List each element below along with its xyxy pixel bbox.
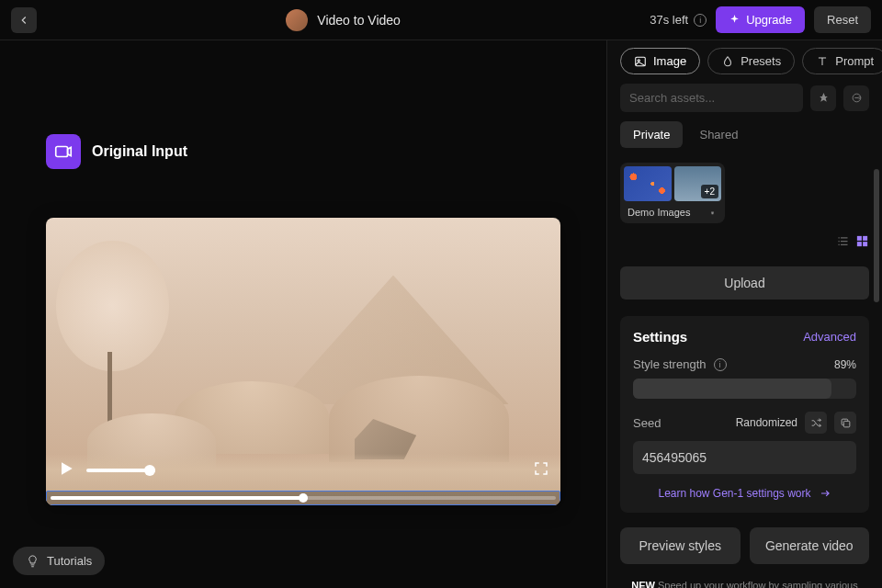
tutorials-button[interactable]: Tutorials <box>13 547 105 575</box>
seed-label: Seed <box>633 416 661 430</box>
header: Video to Video 37s left i Upgrade Reset <box>0 0 882 40</box>
tab-prompt[interactable]: Prompt <box>802 48 882 74</box>
upload-button[interactable]: Upload <box>620 266 869 300</box>
back-button[interactable] <box>11 7 37 33</box>
preview-styles-button[interactable]: Preview styles <box>620 527 741 564</box>
learn-link[interactable]: Learn how Gen-1 settings work <box>633 487 856 500</box>
subtab-private[interactable]: Private <box>620 121 683 148</box>
settings-title: Settings <box>633 329 687 345</box>
upgrade-button[interactable]: Upgrade <box>716 6 805 33</box>
input-tabs: Image Presets Prompt <box>620 48 869 74</box>
advanced-link[interactable]: Advanced <box>803 330 856 344</box>
subtab-shared[interactable]: Shared <box>686 121 751 148</box>
fullscreen-icon <box>533 460 549 477</box>
asset-thumbnail <box>624 166 672 201</box>
generate-video-button[interactable]: Generate video <box>750 527 870 564</box>
text-icon <box>816 55 829 68</box>
copy-icon <box>840 417 852 429</box>
canvas-area: Original Input <box>0 40 606 588</box>
tip-text: NEW Speed up your workflow by sampling v… <box>620 579 869 588</box>
sidebar: Image Presets Prompt Private Shared <box>606 40 882 588</box>
seed-mode: Randomized <box>736 416 797 429</box>
svg-rect-0 <box>56 147 68 157</box>
settings-panel: Settings Advanced Style strength i 89% S… <box>620 316 869 513</box>
svg-rect-6 <box>857 242 862 246</box>
svg-rect-8 <box>843 421 850 427</box>
input-video-icon <box>46 134 81 169</box>
pin-icon <box>707 208 718 218</box>
tab-presets[interactable]: Presets <box>707 48 795 74</box>
volume-slider[interactable] <box>86 469 155 472</box>
list-icon <box>836 234 850 248</box>
arrow-right-icon <box>819 487 831 500</box>
input-label-row: Original Input <box>46 134 588 169</box>
style-strength-value: 89% <box>834 358 856 371</box>
page-title: Video to Video <box>317 13 401 28</box>
play-icon <box>57 459 75 478</box>
play-button[interactable] <box>57 459 75 481</box>
seed-input[interactable] <box>633 441 856 474</box>
avatar[interactable] <box>286 9 308 31</box>
style-strength-slider[interactable] <box>633 379 856 399</box>
asset-thumbnail: +2 <box>674 166 722 201</box>
grid-view-button[interactable] <box>855 234 869 252</box>
arrow-left-icon <box>17 14 30 27</box>
fullscreen-button[interactable] <box>533 460 549 481</box>
image-icon <box>634 55 647 68</box>
sparkle-icon <box>729 14 741 26</box>
pin-button[interactable] <box>810 85 836 111</box>
search-input[interactable] <box>620 84 803 112</box>
shuffle-icon <box>810 417 822 429</box>
time-remaining: 37s left i <box>650 13 707 27</box>
pin-icon <box>818 92 830 104</box>
info-icon[interactable]: i <box>714 358 727 371</box>
asset-name: Demo Images <box>628 207 690 218</box>
lightbulb-icon <box>26 554 40 568</box>
player-controls <box>57 459 549 481</box>
copy-button[interactable] <box>834 412 856 434</box>
asset-subtabs: Private Shared <box>620 121 869 148</box>
svg-rect-5 <box>863 236 867 241</box>
video-preview[interactable] <box>46 218 560 505</box>
asset-folder[interactable]: +2 Demo Images <box>620 163 725 223</box>
style-strength-label: Style strength <box>633 357 707 371</box>
filter-icon <box>851 92 863 104</box>
reset-button[interactable]: Reset <box>814 6 871 33</box>
info-icon[interactable]: i <box>694 14 707 27</box>
asset-more-count: +2 <box>701 185 718 198</box>
tab-image[interactable]: Image <box>620 48 700 74</box>
header-center: Video to Video <box>37 9 650 31</box>
timeline[interactable] <box>46 491 560 505</box>
input-label-text: Original Input <box>92 143 187 160</box>
grid-icon <box>855 234 869 248</box>
list-view-button[interactable] <box>836 234 850 252</box>
svg-rect-4 <box>857 236 862 241</box>
scrollbar[interactable] <box>874 169 879 302</box>
droplet-icon <box>721 55 734 68</box>
svg-rect-7 <box>863 242 867 246</box>
svg-point-2 <box>638 59 639 61</box>
shuffle-button[interactable] <box>805 412 827 434</box>
filter-button[interactable] <box>843 85 869 111</box>
